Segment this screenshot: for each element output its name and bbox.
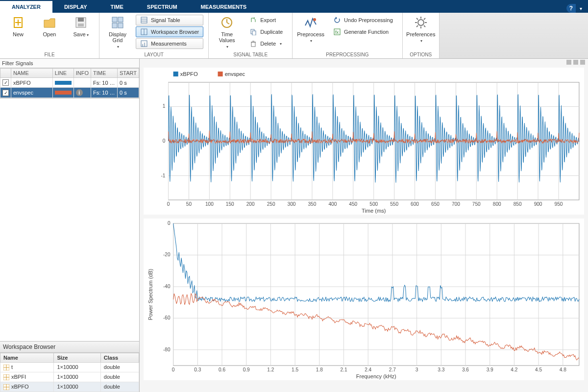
- signal-checkbox[interactable]: ✓: [2, 79, 9, 86]
- svg-text:850: 850: [514, 201, 522, 207]
- svg-rect-15: [141, 41, 147, 47]
- generate-function-button[interactable]: fx Generate Function: [329, 26, 397, 37]
- delete-button[interactable]: Delete▾: [245, 38, 287, 49]
- svg-text:Power Spectrum (dB): Power Spectrum (dB): [147, 269, 153, 320]
- svg-text:-60: -60: [163, 315, 171, 320]
- tab-spectrum[interactable]: SPECTRUM: [135, 1, 189, 13]
- svg-line-35: [424, 25, 425, 27]
- ribbon: New Open Save▾ FILE Dis: [0, 13, 588, 59]
- time-values-button[interactable]: Time Values▾: [214, 15, 240, 50]
- workspace-title: Workspace Browser: [0, 342, 139, 353]
- signal-start: 0 s: [117, 78, 139, 88]
- workspace-row[interactable]: xBPFI1×10000double: [0, 372, 139, 382]
- group-options-label: OPTIONS: [408, 51, 434, 58]
- signal-table-button[interactable]: Signal Table: [136, 15, 203, 25]
- ws-col-class[interactable]: Class: [100, 353, 139, 362]
- tab-display[interactable]: DISPLAY: [52, 1, 99, 13]
- measurements-icon: [140, 40, 148, 48]
- workspace-row[interactable]: t1×10000double: [0, 362, 139, 372]
- gear-icon: [413, 15, 429, 30]
- help-button[interactable]: ?: [566, 4, 576, 13]
- variable-icon: [3, 365, 9, 370]
- signal-name: envspec: [11, 88, 53, 98]
- workspace-row[interactable]: xBPFO1×10000double: [0, 382, 139, 392]
- table-icon: [140, 16, 148, 24]
- svg-text:0: 0: [172, 367, 175, 372]
- undo-preprocessing-button[interactable]: Undo Preprocessing: [329, 15, 397, 25]
- svg-text:2.1: 2.1: [340, 367, 347, 372]
- maximize-icon[interactable]: [573, 60, 578, 65]
- svg-line-20: [227, 23, 229, 24]
- svg-text:3.6: 3.6: [462, 367, 469, 372]
- filter-signals-input[interactable]: Filter Signals: [0, 59, 139, 68]
- svg-rect-23: [251, 42, 255, 47]
- svg-text:500: 500: [369, 201, 378, 207]
- svg-text:3.9: 3.9: [487, 367, 493, 372]
- signal-time: Fs: 10 …: [91, 78, 117, 88]
- svg-text:4.8: 4.8: [560, 367, 566, 372]
- svg-text:650: 650: [431, 201, 440, 207]
- svg-rect-6: [112, 17, 117, 22]
- svg-text:xBPFO: xBPFO: [180, 71, 198, 77]
- col-info[interactable]: INFO: [74, 69, 91, 78]
- signal-row[interactable]: ✓xBPFOFs: 10 …0 s: [0, 78, 139, 88]
- display-grid-button[interactable]: Display Grid▾: [104, 15, 131, 50]
- preprocess-icon: [303, 15, 318, 30]
- info-icon[interactable]: i: [76, 89, 83, 96]
- export-icon: [249, 16, 257, 24]
- signal-row[interactable]: ✓envspeciFs: 10 …0 s: [0, 88, 139, 98]
- svg-text:-80: -80: [163, 347, 171, 352]
- open-icon: [42, 15, 57, 30]
- preferences-button[interactable]: Preferences▾: [408, 15, 434, 44]
- spectrum-plot[interactable]: 00.30.60.91.21.51.82.12.42.733.33.63.94.…: [144, 219, 584, 380]
- col-line[interactable]: LINE: [52, 69, 74, 78]
- measurements-button[interactable]: Measurements: [136, 38, 203, 49]
- save-icon: [73, 15, 89, 30]
- svg-text:-40: -40: [163, 284, 171, 289]
- workspace-icon: [140, 28, 148, 36]
- svg-text:700: 700: [452, 201, 460, 207]
- svg-text:Frequency (kHz): Frequency (kHz): [356, 373, 396, 379]
- save-button[interactable]: Save▾: [68, 15, 94, 38]
- workspace-browser-button[interactable]: Workspace Browser: [136, 26, 203, 37]
- signal-checkbox[interactable]: ✓: [2, 90, 9, 96]
- svg-text:3.3: 3.3: [438, 367, 444, 372]
- svg-text:150: 150: [226, 201, 234, 207]
- group-layout-label: LAYOUT: [104, 51, 203, 58]
- tab-measurements[interactable]: MEASUREMENTS: [189, 1, 259, 13]
- svg-point-26: [313, 18, 316, 21]
- svg-text:100: 100: [205, 201, 214, 207]
- svg-text:0.6: 0.6: [219, 367, 225, 372]
- export-button[interactable]: Export: [245, 15, 287, 25]
- svg-text:0: 0: [168, 220, 171, 226]
- svg-text:-20: -20: [163, 252, 171, 257]
- col-name[interactable]: NAME: [11, 69, 53, 78]
- svg-text:750: 750: [472, 201, 481, 207]
- time-plot[interactable]: 0501001502002503003504004505005506006507…: [144, 68, 584, 215]
- variable-icon: [3, 374, 9, 380]
- svg-text:1.2: 1.2: [267, 367, 274, 372]
- time-values-icon: [219, 15, 235, 30]
- ws-col-name[interactable]: Name: [0, 353, 54, 362]
- ws-col-size[interactable]: Size: [54, 353, 100, 362]
- svg-text:Time (ms): Time (ms): [362, 208, 386, 214]
- close-icon[interactable]: [580, 60, 585, 65]
- new-button[interactable]: New: [5, 15, 31, 37]
- variable-icon: [3, 384, 9, 390]
- svg-text:200: 200: [246, 201, 255, 207]
- help-dropdown[interactable]: ▾: [578, 6, 584, 11]
- duplicate-button[interactable]: Duplicate: [245, 26, 287, 37]
- col-start[interactable]: START: [117, 69, 139, 78]
- open-button[interactable]: Open: [36, 15, 63, 37]
- svg-text:envspec: envspec: [225, 71, 245, 77]
- svg-rect-8: [112, 23, 117, 28]
- minimize-icon[interactable]: [566, 60, 571, 65]
- svg-text:4.5: 4.5: [535, 367, 542, 372]
- workspace-browser: Workspace Browser Name Size Class t1×100…: [0, 341, 139, 392]
- tab-time[interactable]: TIME: [99, 1, 135, 13]
- col-time[interactable]: TIME: [91, 69, 117, 78]
- svg-text:0: 0: [167, 201, 170, 207]
- tab-analyzer[interactable]: ANALYZER: [0, 1, 52, 13]
- preprocess-button[interactable]: Preprocess▾: [297, 15, 324, 44]
- svg-text:1: 1: [163, 103, 166, 109]
